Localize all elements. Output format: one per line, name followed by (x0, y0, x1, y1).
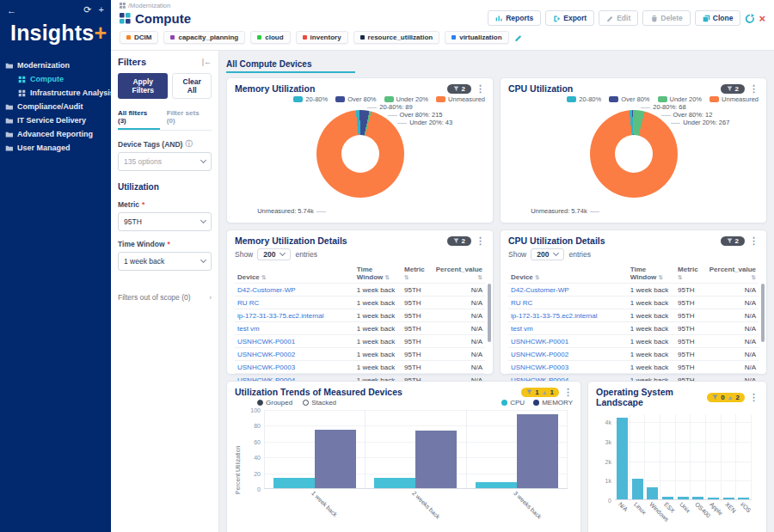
bar-os400[interactable] (692, 497, 703, 499)
radio-stacked[interactable]: Stacked (303, 399, 336, 407)
header-close-icon[interactable]: × (759, 12, 765, 25)
radio-grouped[interactable]: Grouped (257, 399, 292, 407)
legend-item-Over-80-[interactable]: Over 80% (609, 95, 649, 103)
device-link[interactable]: RU RC (508, 297, 628, 309)
kebab-menu-icon[interactable]: ⋮ (476, 84, 485, 94)
tag-DCIM[interactable]: DCIM (120, 31, 158, 44)
legend-item-20-80-[interactable]: 20-80% (293, 95, 328, 103)
sidebar-item-advanced-reporting[interactable]: Advanced Reporting (0, 128, 111, 140)
sidebar-item-it-service-delivery[interactable]: IT Service Delivery (0, 114, 111, 126)
tag-capacity_planning[interactable]: capacity_planning (163, 31, 245, 44)
column-header-time-window[interactable]: Time Window ⇅ (628, 264, 675, 284)
column-header-device[interactable]: Device ⇅ (508, 264, 628, 284)
bar-memory[interactable] (415, 431, 457, 488)
bar-i-os[interactable] (738, 498, 749, 499)
device-link[interactable]: test vm (508, 322, 628, 335)
kebab-menu-icon[interactable]: ⋮ (749, 236, 759, 246)
bar-cpu[interactable] (476, 482, 517, 488)
device-link[interactable]: USNHCWK-P0003 (508, 361, 628, 374)
device-link[interactable]: D42-Customer-WP (235, 284, 354, 297)
column-header-metric[interactable]: Metric ⇅ (675, 264, 707, 284)
bar-cpu[interactable] (273, 478, 315, 488)
insights-badge[interactable]: 2 (721, 236, 745, 246)
insights-badge[interactable]: 1▲1 (521, 388, 559, 397)
tag-virtualization[interactable]: virtualization (445, 31, 508, 44)
export-button[interactable]: Export (545, 10, 594, 26)
sidebar-add-icon[interactable]: + (99, 4, 104, 15)
clear-all-button[interactable]: Clear All (172, 73, 212, 99)
legend-item-20-80-[interactable]: 20-80% (567, 95, 601, 103)
kebab-menu-icon[interactable]: ⋮ (749, 84, 759, 94)
insights-badge[interactable]: 0▲2 (707, 393, 745, 402)
reports-button[interactable]: Reports (488, 10, 541, 26)
device-link[interactable]: ip-172-31-33-75.ec2.internal (235, 309, 354, 322)
header-refresh-icon[interactable] (745, 14, 754, 23)
sidebar-item-user-managed[interactable]: User Managed (0, 142, 111, 154)
bar-esx[interactable] (662, 497, 673, 499)
insights-badge[interactable]: 2 (721, 84, 745, 94)
filters-out-of-scope[interactable]: Filters out of scope (0)› (118, 293, 212, 302)
clone-button[interactable]: Clone (695, 10, 741, 26)
device-link[interactable]: USNHCWK-P0003 (235, 361, 354, 374)
column-header-time-window[interactable]: Time Window ⇅ (354, 264, 402, 284)
bar-n-a[interactable] (617, 418, 628, 499)
tab-filter-sets[interactable]: Filter sets (0) (167, 107, 212, 130)
legend-item-Unmeasured[interactable]: Unmeasured (710, 95, 759, 103)
column-header-percent-value[interactable]: Percent_value ⇅ (433, 264, 485, 284)
donut-ring[interactable] (590, 110, 678, 198)
device-tags-select[interactable]: 135 options (118, 152, 212, 171)
column-header-metric[interactable]: Metric ⇅ (402, 264, 433, 284)
legend-item-Under-20-[interactable]: Under 20% (384, 95, 429, 103)
donut-ring[interactable] (316, 110, 404, 198)
legend-item-Over-80-[interactable]: Over 80% (335, 95, 376, 103)
insights-badge[interactable]: 2 (447, 236, 471, 246)
column-header-device[interactable]: Device ⇅ (235, 264, 354, 284)
page-size-select[interactable]: 200 (257, 248, 291, 260)
legend-item-Under-20-[interactable]: Under 20% (658, 95, 703, 103)
apply-filters-button[interactable]: Apply Filters (118, 73, 168, 99)
sidebar-refresh-icon[interactable]: ⟳ (83, 4, 91, 15)
tag-inventory[interactable]: inventory (296, 31, 348, 44)
bar-xen[interactable] (723, 498, 734, 499)
collapse-panel-icon[interactable]: |← (202, 58, 212, 66)
info-icon[interactable]: ⓘ (185, 139, 192, 149)
device-link[interactable]: USNHCWK-P0001 (235, 335, 354, 348)
tab-all-filters[interactable]: All filters (3) (118, 107, 160, 130)
table-scrollbar-thumb[interactable] (761, 284, 765, 342)
device-link[interactable]: ip-172-31-33-75.ec2.internal (508, 309, 628, 322)
bar-cpu[interactable] (374, 478, 415, 488)
kebab-menu-icon[interactable]: ⋮ (476, 236, 485, 246)
insights-badge[interactable]: 2 (447, 84, 471, 94)
device-link[interactable]: USNHCWK-P0002 (235, 348, 354, 361)
sidebar-item-compute[interactable]: Compute (13, 73, 111, 85)
legend-item-memory[interactable]: MEMORY (533, 399, 573, 407)
device-link[interactable]: test vm (235, 322, 354, 335)
back-arrow-icon[interactable]: ← (7, 5, 16, 15)
page-size-select[interactable]: 200 (531, 248, 564, 260)
table-scrollbar-thumb[interactable] (488, 284, 491, 342)
kebab-menu-icon[interactable]: ⋮ (749, 393, 759, 402)
column-header-percent-value[interactable]: Percent_value ⇅ (707, 264, 759, 284)
device-link[interactable]: RU RC (235, 297, 354, 309)
metric-select[interactable]: 95TH (118, 212, 212, 231)
legend-item-cpu[interactable]: CPU (501, 399, 525, 407)
bar-unix[interactable] (678, 497, 689, 499)
sidebar-item-compliance-audit[interactable]: Compliance/Audit (0, 101, 111, 113)
bar-windows[interactable] (647, 487, 658, 499)
bar-memory[interactable] (315, 430, 356, 488)
bar-linux[interactable] (632, 479, 643, 499)
kebab-menu-icon[interactable]: ⋮ (563, 388, 573, 397)
sidebar-item-modernization[interactable]: Modernization (0, 59, 111, 71)
tab-all-compute-devices[interactable]: All Compute Devices (226, 59, 355, 73)
device-link[interactable]: USNHCWK-P0001 (508, 335, 628, 348)
breadcrumb[interactable]: /Modernization (120, 2, 765, 9)
tag-resource_utilization[interactable]: resource_utilization (353, 31, 440, 44)
bar-memory[interactable] (517, 414, 558, 488)
bar-apple[interactable] (708, 498, 719, 499)
legend-item-Unmeasured[interactable]: Unmeasured (436, 95, 485, 103)
device-link[interactable]: D42-Customer-WP (508, 284, 628, 297)
device-link[interactable]: USNHCWK-P0002 (508, 348, 628, 361)
sidebar-item-infrastructure-analysis[interactable]: Infrastructure Analysis (13, 87, 111, 99)
edit-tags-icon[interactable] (514, 34, 523, 42)
time-window-select[interactable]: 1 week back (118, 252, 212, 271)
